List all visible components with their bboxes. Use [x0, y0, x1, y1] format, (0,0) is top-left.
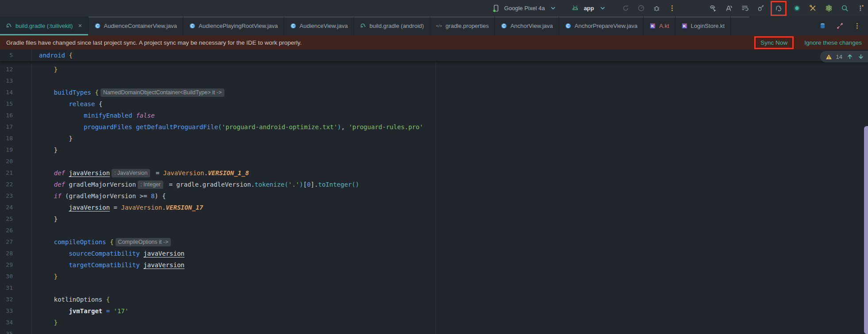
- code-token[interactable]: [39, 112, 84, 119]
- line-number[interactable]: 33: [0, 305, 32, 317]
- code-line[interactable]: 35: [0, 328, 868, 334]
- code-token[interactable]: {: [106, 296, 110, 303]
- code-token[interactable]: =: [152, 169, 163, 177]
- code-token[interactable]: android: [39, 52, 65, 59]
- running-device-icon[interactable]: [791, 3, 802, 14]
- editor-tab-a-kt[interactable]: KA.kt: [644, 16, 675, 35]
- code-token[interactable]: [39, 181, 54, 188]
- code-text[interactable]: compileOptions {CompileOptions it ->: [32, 236, 173, 248]
- line-number[interactable]: 18: [0, 133, 32, 144]
- code-token[interactable]: [39, 89, 54, 96]
- code-token[interactable]: {: [69, 52, 72, 59]
- line-number[interactable]: 23: [0, 190, 32, 202]
- code-text[interactable]: }: [32, 271, 58, 282]
- code-line[interactable]: 18 }: [0, 133, 868, 144]
- code-token[interactable]: buildTypes: [54, 89, 91, 96]
- more-run-options-icon[interactable]: [666, 3, 678, 14]
- code-text[interactable]: javaVersion = JavaVersion.VERSION_17: [32, 202, 203, 213]
- code-token[interactable]: }: [39, 66, 58, 73]
- code-token[interactable]: def: [54, 169, 65, 177]
- editor-tab-audienceview-java[interactable]: AudienceView.java: [284, 16, 354, 35]
- code-text[interactable]: kotlinOptions {: [32, 294, 110, 305]
- code-token[interactable]: '.': [288, 181, 299, 188]
- editor-more-icon[interactable]: [851, 20, 863, 32]
- inlay-hint[interactable]: : JavaVersion: [112, 169, 150, 177]
- code-text[interactable]: buildTypes {NamedDomainObjectContainer<B…: [32, 87, 226, 98]
- build-icon[interactable]: [707, 3, 718, 14]
- code-line[interactable]: 23 if (gradleMajorVersion >= 8) {: [0, 190, 868, 202]
- code-line[interactable]: 16 minifyEnabled false: [0, 110, 868, 121]
- code-token[interactable]: {: [162, 192, 166, 200]
- editor-tab-anchorview-java[interactable]: AnchorView.java: [495, 16, 559, 35]
- editor-tab-build-gradle-tuilivekit-[interactable]: build.gradle (:tuilivekit)✕: [0, 16, 89, 35]
- line-number[interactable]: 32: [0, 294, 32, 305]
- code-line[interactable]: 25 }: [0, 213, 868, 225]
- code-text[interactable]: release {: [32, 98, 102, 110]
- editor-tab-audienceplayingrootview-java[interactable]: AudiencePlayingRootView.java: [183, 16, 284, 35]
- line-number[interactable]: 20: [0, 156, 32, 167]
- device-manager-icon[interactable]: [823, 3, 834, 14]
- code-token[interactable]: toInteger: [318, 181, 352, 188]
- code-token[interactable]: (: [218, 123, 222, 131]
- code-token[interactable]: [132, 112, 136, 119]
- code-line[interactable]: 31: [0, 282, 868, 294]
- editor-tab-anchorprepareview-java[interactable]: AnchorPrepareView.java: [559, 16, 644, 35]
- code-line[interactable]: 17 proguardFiles getDefaultProguardFile(…: [0, 121, 868, 133]
- apply-code-changes-icon[interactable]: [739, 3, 750, 14]
- code-text[interactable]: [32, 282, 39, 294]
- code-line[interactable]: 19 }: [0, 144, 868, 156]
- code-line[interactable]: 33 jvmTarget = '17': [0, 305, 868, 317]
- code-text[interactable]: minifyEnabled false: [32, 110, 154, 121]
- code-token[interactable]: false: [136, 112, 154, 119]
- code-token[interactable]: compileOptions: [54, 238, 106, 246]
- code-line[interactable]: 20: [0, 156, 868, 167]
- code-token[interactable]: =: [106, 307, 110, 315]
- line-number[interactable]: 25: [0, 213, 32, 225]
- apply-changes-icon[interactable]: [723, 3, 734, 14]
- code-line[interactable]: 34 }: [0, 317, 868, 328]
- code-token[interactable]: [39, 100, 69, 107]
- code-token[interactable]: [140, 250, 143, 257]
- search-everywhere-icon[interactable]: [839, 3, 850, 14]
- editor-tab-build-gradle-android-[interactable]: build.gradle (android): [354, 16, 430, 35]
- warning-icon[interactable]: [826, 54, 832, 60]
- code-text[interactable]: [32, 156, 39, 167]
- next-warning-icon[interactable]: [857, 53, 864, 60]
- code-token[interactable]: getDefaultProguardFile: [136, 123, 218, 131]
- debug-icon[interactable]: [651, 3, 662, 14]
- sync-now-button[interactable]: Sync Now: [760, 39, 787, 46]
- code-text[interactable]: if (gradleMajorVersion >= 8) {: [32, 190, 166, 202]
- code-token[interactable]: [102, 296, 106, 303]
- line-number[interactable]: 21: [0, 167, 32, 179]
- code-line[interactable]: 27 compileOptions {CompileOptions it ->: [0, 236, 868, 248]
- code-token[interactable]: =: [165, 181, 176, 188]
- code-token[interactable]: [39, 296, 54, 303]
- profiler-icon[interactable]: [635, 3, 647, 14]
- code-line[interactable]: 24 javaVersion = JavaVersion.VERSION_17: [0, 202, 868, 213]
- editor-tab-loginstore-kt[interactable]: KLoginStore.kt: [675, 16, 731, 35]
- code-text[interactable]: proguardFiles getDefaultProguardFile('pr…: [32, 121, 423, 133]
- editor-scrollbar-thumb[interactable]: [864, 126, 868, 334]
- line-number[interactable]: 15: [0, 98, 32, 110]
- code-token[interactable]: [39, 169, 54, 177]
- code-text[interactable]: jvmTarget = '17': [32, 305, 128, 317]
- close-tab-icon[interactable]: ✕: [78, 23, 82, 29]
- rerun-icon[interactable]: [620, 3, 631, 14]
- gradle-sync-icon[interactable]: [773, 3, 784, 14]
- code-line[interactable]: 26: [0, 225, 868, 236]
- line-number[interactable]: 28: [0, 248, 32, 259]
- code-token[interactable]: {: [95, 89, 98, 96]
- ignore-changes-button[interactable]: Ignore these changes: [804, 39, 862, 46]
- blue-cylinder-icon[interactable]: [817, 20, 828, 32]
- code-token[interactable]: targetCompatibility: [69, 261, 139, 269]
- code-editor[interactable]: 5android { 12 }1314 buildTypes {NamedDom…: [0, 50, 868, 334]
- code-token[interactable]: ,: [341, 123, 349, 131]
- line-number[interactable]: 19: [0, 144, 32, 156]
- device-selector[interactable]: Google Pixel 4a: [490, 3, 559, 14]
- code-token[interactable]: }: [39, 215, 58, 223]
- code-token[interactable]: [102, 307, 106, 315]
- code-token[interactable]: (): [352, 181, 359, 188]
- code-token[interactable]: '17': [114, 307, 129, 315]
- code-text[interactable]: android {: [32, 50, 73, 61]
- code-token[interactable]: ): [337, 123, 341, 131]
